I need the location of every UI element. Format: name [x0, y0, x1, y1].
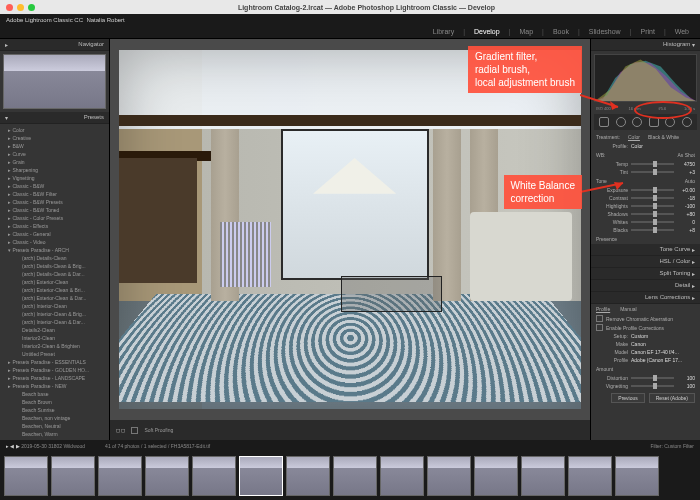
histogram-header[interactable]: Histogram ▾: [591, 39, 700, 51]
auto-tone[interactable]: Auto: [685, 178, 695, 184]
chroma-check[interactable]: [596, 315, 603, 322]
slider-vignetting[interactable]: Vignetting100: [591, 382, 700, 390]
slider-temp[interactable]: Temp4750: [591, 160, 700, 168]
preset-folder[interactable]: ▸ Presets Paradise - NEW: [0, 382, 109, 390]
preset-item[interactable]: (arch) Exterior-Clean & Bri...: [0, 286, 109, 294]
preset-folder[interactable]: ▸ Color: [0, 126, 109, 134]
filmstrip-thumb[interactable]: [98, 456, 142, 496]
min-dot[interactable]: [17, 4, 24, 11]
preset-item[interactable]: celebration1: [0, 438, 109, 440]
preset-item[interactable]: (arch) Exterior-Clean & Dar...: [0, 294, 109, 302]
preset-item[interactable]: (arch) Interior-Clean & Brig...: [0, 310, 109, 318]
preset-item[interactable]: (arch) Exterior-Clean: [0, 278, 109, 286]
lens-tab-manual[interactable]: Manual: [620, 306, 636, 312]
module-web[interactable]: Web: [672, 27, 692, 36]
preset-item[interactable]: (arch) Interior-Clean & Dar...: [0, 318, 109, 326]
preset-folder[interactable]: ▸ Classic - Video: [0, 238, 109, 246]
preset-folder[interactable]: ▸ Vignetting: [0, 174, 109, 182]
module-book[interactable]: Book: [550, 27, 572, 36]
preset-folder[interactable]: ▸ Classic - B&W: [0, 182, 109, 190]
preset-folder[interactable]: ▸ B&W: [0, 142, 109, 150]
module-library[interactable]: Library: [430, 27, 457, 36]
filmstrip-thumb[interactable]: [521, 456, 565, 496]
soft-proof-check[interactable]: [131, 427, 138, 434]
preset-folder[interactable]: ▸ Classic - B&W Presets: [0, 198, 109, 206]
filmstrip-thumb[interactable]: [380, 456, 424, 496]
treat-bw[interactable]: Black & White: [648, 134, 679, 140]
preset-item[interactable]: (arch) Interior-Clean: [0, 302, 109, 310]
slider-tint[interactable]: Tint+3: [591, 168, 700, 176]
module-slideshow[interactable]: Slideshow: [586, 27, 624, 36]
preset-item[interactable]: Beach Brown: [0, 398, 109, 406]
slider-whites[interactable]: Whites0: [591, 218, 700, 226]
slider-contrast[interactable]: Contrast-18: [591, 194, 700, 202]
preset-folder[interactable]: ▸ Grain: [0, 158, 109, 166]
preset-folder[interactable]: ▸ Presets Paradise - ESSENTIALS: [0, 358, 109, 366]
preset-folder[interactable]: ▾ Presets Paradise - ARCH: [0, 246, 109, 254]
slider-shadows[interactable]: Shadows+80: [591, 210, 700, 218]
preset-item[interactable]: Interior2-Clean & Brighten: [0, 342, 109, 350]
lens-model[interactable]: ModelCanon EF 17-40 f/4...: [591, 348, 700, 356]
spot-tool[interactable]: [616, 117, 626, 127]
crop-tool[interactable]: [599, 117, 609, 127]
preset-folder[interactable]: ▸ Classic - B&W Filter: [0, 190, 109, 198]
folder-path[interactable]: 2019-05-30 31802 Wildwood: [21, 443, 85, 449]
preset-item[interactable]: Interior2-Clean: [0, 334, 109, 342]
filmstrip-thumb[interactable]: [4, 456, 48, 496]
navigator-header[interactable]: ▸Navigator: [0, 39, 109, 51]
module-print[interactable]: Print: [637, 27, 657, 36]
treat-color[interactable]: Color: [628, 134, 640, 140]
max-dot[interactable]: [28, 4, 35, 11]
lens-make[interactable]: MakeCanon: [591, 340, 700, 348]
filmstrip-thumb[interactable]: [192, 456, 236, 496]
preset-item[interactable]: Beach base: [0, 390, 109, 398]
panel-detail[interactable]: Detail ▸: [591, 280, 700, 292]
filmstrip-thumb[interactable]: [286, 456, 330, 496]
slider-distortion[interactable]: Distortion100: [591, 374, 700, 382]
preset-folder[interactable]: ▸ Classic - B&W Toned: [0, 206, 109, 214]
preset-folder[interactable]: ▸ Curve: [0, 150, 109, 158]
preset-item[interactable]: Beach Sunrise: [0, 406, 109, 414]
filmstrip-thumb[interactable]: [145, 456, 189, 496]
lens-profile[interactable]: ProfileAdobe (Canon EF 17...: [591, 356, 700, 364]
panel-hsl-color[interactable]: HSL / Color ▸: [591, 256, 700, 268]
preset-folder[interactable]: ▸ Creative: [0, 134, 109, 142]
module-develop[interactable]: Develop: [471, 27, 503, 36]
preset-folder[interactable]: ▸ Classic - Effects: [0, 222, 109, 230]
preset-item[interactable]: (arch) Details-Clean & Brig...: [0, 262, 109, 270]
preset-folder[interactable]: ▸ Classic - General: [0, 230, 109, 238]
filmstrip-thumb[interactable]: [427, 456, 471, 496]
filmstrip-thumb[interactable]: [615, 456, 659, 496]
preset-item[interactable]: Beachen, non vintage: [0, 414, 109, 422]
filmstrip-thumb[interactable]: [239, 456, 283, 496]
presets-header[interactable]: ▾Presets: [0, 112, 109, 124]
redeye-tool[interactable]: [632, 117, 642, 127]
panel-split-toning[interactable]: Split Toning ▸: [591, 268, 700, 280]
close-dot[interactable]: [6, 4, 13, 11]
preset-item[interactable]: Beachen, Warm: [0, 430, 109, 438]
wb-dropdown[interactable]: As Shot: [677, 152, 695, 158]
panel-lens-corrections[interactable]: Lens Corrections ▸: [591, 292, 700, 304]
panel-tone-curve[interactable]: Tone Curve ▸: [591, 244, 700, 256]
preset-folder[interactable]: ▸ Presets Paradise - LANDSCAPE: [0, 374, 109, 382]
preset-folder[interactable]: ▸ Classic - Color Presets: [0, 214, 109, 222]
preset-item[interactable]: Details2-Clean: [0, 326, 109, 334]
profile-check[interactable]: [596, 324, 603, 331]
preset-item[interactable]: Beachen, Neutral: [0, 422, 109, 430]
preset-item[interactable]: (arch) Details-Clean & Dar...: [0, 270, 109, 278]
filter-dropdown[interactable]: Custom Filter: [664, 443, 694, 449]
lens-tab-profile[interactable]: Profile: [596, 306, 610, 312]
navigator-thumb[interactable]: [3, 54, 106, 109]
filmstrip[interactable]: [0, 452, 700, 500]
filmstrip-thumb[interactable]: [474, 456, 518, 496]
slider-highlights[interactable]: Highlights-100: [591, 202, 700, 210]
reset-button[interactable]: Reset (Adobe): [649, 393, 695, 403]
photo-viewport[interactable]: [114, 43, 586, 416]
filmstrip-thumb[interactable]: [568, 456, 612, 496]
preset-item[interactable]: (arch) Details-Clean: [0, 254, 109, 262]
filmstrip-thumb[interactable]: [333, 456, 377, 496]
module-map[interactable]: Map: [516, 27, 536, 36]
brush-tool[interactable]: [682, 117, 692, 127]
previous-button[interactable]: Previous: [611, 393, 644, 403]
preset-folder[interactable]: ▸ Sharpening: [0, 166, 109, 174]
